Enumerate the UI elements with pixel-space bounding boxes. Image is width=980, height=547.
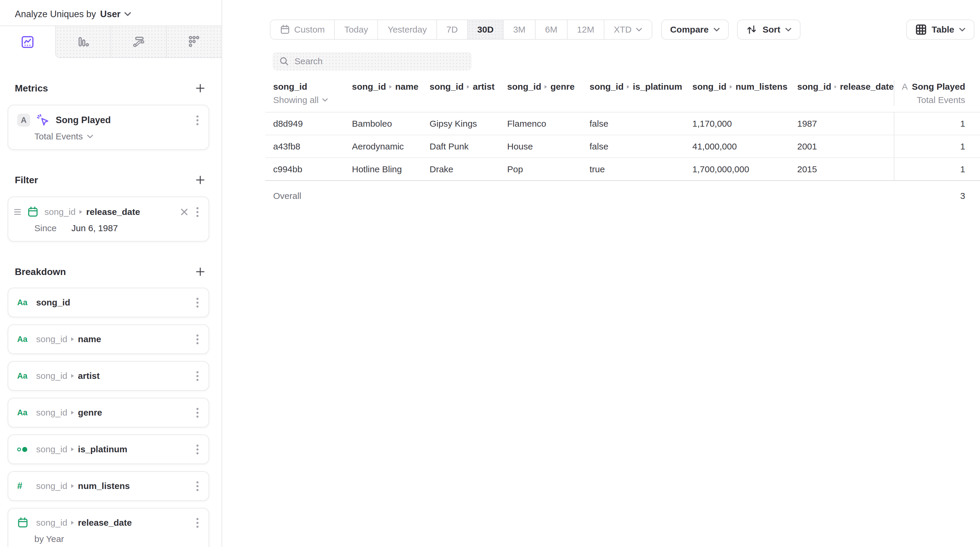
chevron-down-icon xyxy=(322,98,328,102)
visualization-tabs xyxy=(0,25,221,58)
path-arrow-icon xyxy=(544,85,547,89)
cell-release-date: 2001 xyxy=(789,135,894,157)
line-chart-icon xyxy=(21,35,35,49)
cell-genre: House xyxy=(499,135,582,157)
breakdown-card[interactable]: Aa song_id genre xyxy=(8,398,209,427)
flows-icon xyxy=(132,35,146,49)
breakdown-menu-button[interactable] xyxy=(195,333,200,346)
overall-row: Overall 3 xyxy=(265,181,980,211)
breakdown-menu-button[interactable] xyxy=(195,480,200,492)
date-range-option[interactable]: 12M xyxy=(567,20,604,39)
cell-is-platinum: false xyxy=(582,135,684,157)
path-arrow-icon xyxy=(729,85,733,89)
showing-all-dropdown[interactable]: Showing all xyxy=(273,94,344,106)
date-range-option[interactable]: 30D xyxy=(467,20,503,39)
breakdown-menu-button[interactable] xyxy=(195,370,200,382)
column-header[interactable]: song_id genre xyxy=(499,81,582,106)
breakdown-menu-button[interactable] xyxy=(195,443,200,455)
column-header[interactable]: song_id is_platinum xyxy=(582,81,684,106)
results-table: song_id Showing all song_id name xyxy=(265,76,980,211)
cell-name: Bamboleo xyxy=(344,113,422,135)
add-breakdown-button[interactable] xyxy=(193,265,207,279)
entity-selector[interactable]: User xyxy=(100,9,131,19)
tab-bar-chart[interactable] xyxy=(55,26,111,58)
tab-metrics-grid[interactable] xyxy=(166,26,222,58)
column-header[interactable]: song_id artist xyxy=(422,81,499,106)
boolean-property-icon xyxy=(17,447,30,452)
bar-chart-icon xyxy=(76,35,90,49)
cell-song-id: d8d949 xyxy=(265,113,344,135)
path-arrow-icon xyxy=(466,85,470,89)
date-range-option[interactable]: 6M xyxy=(535,20,567,39)
metric-card[interactable]: A Song Played Total Events xyxy=(8,105,209,150)
column-header[interactable]: song_id Showing all xyxy=(265,81,344,106)
sort-button[interactable]: Sort xyxy=(737,19,800,40)
search-bar[interactable] xyxy=(272,52,472,70)
add-filter-button[interactable] xyxy=(193,173,207,187)
path-arrow-icon xyxy=(71,337,74,342)
breakdown-modifier[interactable]: by Year xyxy=(34,534,200,544)
drag-handle-icon[interactable] xyxy=(14,207,21,217)
tab-line-chart[interactable] xyxy=(0,26,55,58)
search-input[interactable] xyxy=(294,56,465,66)
path-arrow-icon xyxy=(627,85,630,89)
metric-aggregation[interactable]: Total Events xyxy=(34,132,200,141)
breakdown-header: Breakdown xyxy=(8,265,209,279)
breakdown-property: song_id artist xyxy=(36,371,189,381)
date-property-icon xyxy=(17,517,30,528)
filter-condition[interactable]: Since Jun 6, 1987 xyxy=(34,223,200,233)
breakdown-menu-button[interactable] xyxy=(195,296,200,309)
date-range-option[interactable]: 7D xyxy=(436,20,467,39)
tab-flows[interactable] xyxy=(110,26,166,58)
compare-button[interactable]: Compare xyxy=(661,19,729,40)
filter-title: Filter xyxy=(15,174,38,186)
column-header[interactable]: song_id name xyxy=(344,81,422,106)
breakdown-card[interactable]: song_id is_platinum xyxy=(8,434,209,464)
cell-num-listens: 41,000,000 xyxy=(684,135,789,157)
filter-header: Filter xyxy=(8,173,209,187)
entity-value: User xyxy=(100,9,121,19)
table-body: d8d949 Bamboleo Gipsy Kings Flamenco fal… xyxy=(265,113,980,211)
analyze-label: Analyze Uniques by xyxy=(15,9,96,19)
breakdown-card[interactable]: Aa song_id artist xyxy=(8,361,209,391)
breakdown-property: song_id release_date xyxy=(36,518,189,528)
series-letter-badge: A xyxy=(17,114,30,127)
date-range-option[interactable]: XTD xyxy=(604,20,652,39)
metric-menu-button[interactable] xyxy=(195,114,200,126)
path-arrow-icon xyxy=(71,447,74,452)
table-header-row: song_id Showing all song_id name xyxy=(265,76,980,113)
breakdown-card[interactable]: song_id release_date by Year xyxy=(8,508,209,547)
add-metric-button[interactable] xyxy=(193,81,207,95)
metric-column-header[interactable]: A Song Played Total Events xyxy=(894,81,980,106)
date-range-option[interactable]: Today xyxy=(334,20,377,39)
breakdown-menu-button[interactable] xyxy=(195,407,200,419)
path-arrow-icon xyxy=(71,520,74,525)
path-arrow-icon xyxy=(79,209,83,214)
breakdown-property: song_id xyxy=(36,298,189,308)
sidebar-content: Metrics A Song Played Total Events Filte… xyxy=(0,81,221,547)
view-type-button[interactable]: Table xyxy=(906,19,974,40)
date-range-option[interactable]: 3M xyxy=(503,20,535,39)
breakdown-card[interactable]: # song_id num_listens xyxy=(8,471,209,501)
date-range-option[interactable]: Yesterday xyxy=(377,20,436,39)
filter-menu-button[interactable] xyxy=(195,206,200,218)
breakdown-card[interactable]: Aa song_id name xyxy=(8,324,209,354)
column-header[interactable]: song_id release_date xyxy=(789,81,894,106)
breakdown-menu-button[interactable] xyxy=(195,517,200,529)
calendar-icon xyxy=(280,25,290,35)
chevron-down-icon xyxy=(959,27,966,32)
date-range-option[interactable]: Custom xyxy=(270,20,334,39)
cell-metric-value: 1 xyxy=(894,135,980,157)
cell-release-date: 2015 xyxy=(789,158,894,180)
text-property-icon: Aa xyxy=(17,335,30,344)
breakdown-card[interactable]: Aa song_id xyxy=(8,288,209,317)
filter-card[interactable]: song_id release_date Since Jun 6, 1987 xyxy=(8,197,209,241)
cell-num-listens: 1,170,000 xyxy=(684,113,789,135)
date-range-control: Custom Today Yesterday 7D 30D xyxy=(270,19,652,40)
remove-filter-button[interactable] xyxy=(179,207,189,217)
column-header[interactable]: song_id num_listens xyxy=(684,81,789,106)
cell-is-platinum: false xyxy=(582,113,684,135)
text-property-icon: Aa xyxy=(17,298,30,307)
overall-label: Overall xyxy=(265,181,344,211)
path-arrow-icon xyxy=(71,484,74,488)
